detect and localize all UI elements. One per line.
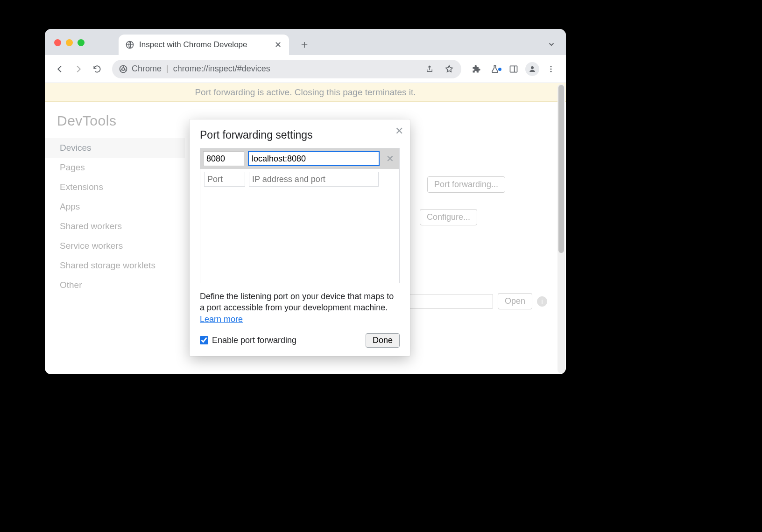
side-panel-icon[interactable] [505,61,522,77]
extensions-icon[interactable] [468,61,485,77]
overflow-menu-icon[interactable] [543,61,559,77]
toolbar: Chrome | chrome://inspect/#devices [45,55,566,83]
banner-text: Port forwarding is active. Closing this … [195,87,416,98]
new-tab-button[interactable]: ＋ [296,36,312,52]
site-chip: Chrome [119,64,162,74]
profile-button[interactable] [524,61,541,77]
done-button[interactable]: Done [366,333,400,348]
svg-point-7 [550,70,552,72]
address-bar[interactable]: Chrome | chrome://inspect/#devices [112,60,461,78]
configure-button[interactable]: Configure... [420,209,477,225]
titlebar: Inspect with Chrome Develope ✕ ＋ [45,29,566,55]
maximize-window-button[interactable] [78,39,85,46]
rule-row: ✕ [200,148,399,169]
sidebar-item-apps[interactable]: Apps [57,197,185,217]
tab-title: Inspect with Chrome Develope [139,40,269,49]
sidebar-item-other[interactable]: Other [57,275,185,295]
svg-point-6 [550,68,552,70]
dialog-description-text: Define the listening port on your device… [200,292,394,312]
close-window-button[interactable] [54,39,61,46]
svg-rect-3 [510,66,517,72]
address-input-empty[interactable] [249,172,379,187]
sidebar-item-pages[interactable]: Pages [57,158,185,177]
open-button[interactable]: Open [498,293,532,309]
learn-more-link[interactable]: Learn more [200,315,243,324]
window-controls [54,39,85,46]
enable-port-forwarding-checkbox[interactable]: Enable port forwarding [200,336,296,345]
separator: | [166,64,169,74]
rules-list: ✕ [200,148,400,283]
bookmark-icon[interactable] [441,61,458,77]
reload-button[interactable] [89,61,106,77]
svg-point-2 [122,68,125,70]
tabs-dropdown-icon[interactable] [547,40,556,49]
svg-point-4 [531,66,534,69]
dialog-description: Define the listening port on your device… [200,291,400,325]
sidebar: DevTools DevicesPagesExtensionsAppsShare… [45,102,190,374]
chrome-icon [119,64,128,74]
content-area: Port forwarding is active. Closing this … [45,83,566,374]
rule-row-empty [200,169,399,189]
port-input[interactable] [203,151,244,166]
sidebar-item-shared-storage-worklets[interactable]: Shared storage worklets [57,256,185,275]
browser-window: Inspect with Chrome Develope ✕ ＋ Chrome … [45,29,566,374]
close-dialog-icon[interactable]: ✕ [395,125,403,137]
globe-icon [125,40,134,49]
site-chip-label: Chrome [132,64,162,74]
page-body: DevTools DevicesPagesExtensionsAppsShare… [45,102,566,374]
dialog-footer: Enable port forwarding Done [200,333,400,348]
avatar-icon [525,62,539,76]
sidebar-item-service-workers[interactable]: Service workers [57,236,185,256]
address-input[interactable] [248,151,380,166]
port-forwarding-button[interactable]: Port forwarding... [427,176,505,193]
back-button[interactable] [51,61,68,77]
sidebar-item-devices[interactable]: Devices [45,138,185,158]
forward-button[interactable] [70,61,87,77]
scrollbar-thumb[interactable] [558,85,564,253]
port-forwarding-dialog: ✕ Port forwarding settings ✕ Defin [190,119,410,356]
dialog-title: Port forwarding settings [200,129,400,141]
scrollbar[interactable] [557,84,565,373]
close-tab-icon[interactable]: ✕ [274,40,282,50]
sidebar-item-shared-workers[interactable]: Shared workers [57,217,185,236]
browser-tab[interactable]: Inspect with Chrome Develope ✕ [119,35,289,55]
sidebar-item-extensions[interactable]: Extensions [57,177,185,197]
port-input-empty[interactable] [204,172,245,187]
minimize-window-button[interactable] [66,39,73,46]
delete-rule-icon[interactable]: ✕ [383,153,396,164]
sidebar-title: DevTools [57,113,185,129]
enable-checkbox-label: Enable port forwarding [212,336,296,345]
info-icon[interactable]: i [537,296,547,307]
enable-checkbox-input[interactable] [200,336,208,344]
svg-point-5 [550,66,552,67]
share-icon[interactable] [421,61,438,77]
info-banner: Port forwarding is active. Closing this … [45,83,566,102]
url-text: chrome://inspect/#devices [173,64,270,74]
labs-icon[interactable] [487,61,503,77]
